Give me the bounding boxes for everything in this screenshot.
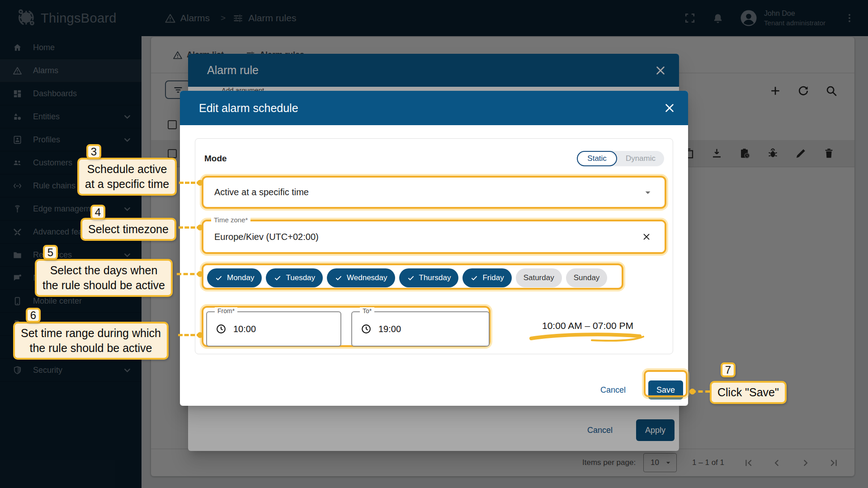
day-chip-label: Wednesday	[347, 273, 387, 282]
day-chip[interactable]: Saturday	[516, 268, 562, 287]
annotation-callout-6: Set time range during which the rule sho…	[13, 322, 169, 360]
annotation-badge-5: 5	[43, 245, 58, 260]
annotation-callout-5: Select the days when the rule should be …	[35, 259, 173, 297]
day-chip[interactable]: Thursday	[399, 268, 459, 287]
day-chip-label: Thursday	[419, 273, 451, 282]
check-icon	[407, 274, 415, 282]
day-chip-label: Monday	[227, 273, 254, 282]
highlight-schedule-type: Active at a specific time	[202, 176, 666, 209]
check-icon	[470, 274, 478, 282]
annotation-callout-7: Click "Save"	[710, 381, 787, 404]
to-label: To*	[360, 307, 374, 314]
day-chip[interactable]: Friday	[462, 268, 511, 287]
day-chips: Monday Tuesday Wednesday Thursda	[207, 268, 607, 287]
edit-schedule-dialog-header: Edit alarm schedule	[180, 91, 688, 125]
clock-icon	[215, 323, 227, 335]
from-label: From*	[215, 307, 237, 314]
mode-label: Mode	[204, 154, 227, 164]
annotation-connector-4	[179, 226, 201, 229]
annotation-callout-3: Schedule active at a specific time	[77, 158, 177, 196]
check-icon	[215, 274, 223, 282]
schedule-type-select[interactable]: Active at a specific time	[203, 178, 665, 207]
close-icon[interactable]	[663, 101, 676, 115]
annotation-connector-3	[179, 182, 201, 184]
cancel-button[interactable]: Cancel	[600, 385, 626, 395]
arrow-drop-down-icon	[642, 187, 654, 198]
day-chip[interactable]: Sunday	[566, 268, 608, 287]
to-field[interactable]: To*	[351, 311, 490, 347]
marker-underline	[528, 332, 647, 343]
annotation-badge-6: 6	[26, 308, 41, 323]
day-chip-label: Sunday	[574, 273, 600, 282]
from-input[interactable]	[233, 324, 288, 334]
schedule-form-card: Mode Static Dynamic Active at a specific…	[195, 138, 673, 354]
annotation-badge-7: 7	[721, 362, 736, 377]
edit-alarm-schedule-dialog: Edit alarm schedule Mode Static Dynamic …	[180, 91, 688, 406]
timezone-input[interactable]	[203, 221, 665, 252]
day-chip-label: Saturday	[524, 273, 554, 282]
clock-icon	[360, 323, 372, 335]
check-icon	[335, 274, 343, 282]
mode-toggle: Static Dynamic	[577, 151, 664, 166]
to-input[interactable]	[378, 324, 433, 334]
from-field[interactable]: From*	[206, 311, 341, 347]
edit-schedule-dialog-title: Edit alarm schedule	[199, 102, 298, 115]
schedule-type-value: Active at a specific time	[214, 187, 309, 197]
highlight-time-range: From* To*	[202, 306, 491, 347]
mode-option-dynamic[interactable]: Dynamic	[617, 154, 664, 163]
day-chip-label: Friday	[482, 273, 504, 282]
highlight-save-button	[644, 370, 688, 397]
highlight-days: Monday Tuesday Wednesday Thursda	[202, 263, 623, 290]
clear-icon[interactable]	[641, 231, 652, 242]
annotation-badge-4: 4	[90, 205, 105, 220]
time-range-preview: 10:00 AM – 07:00 PM	[529, 320, 646, 331]
annotation-badge-3: 3	[86, 144, 101, 159]
highlight-timezone: Time zone*	[202, 220, 666, 254]
day-chip[interactable]: Monday	[207, 268, 262, 287]
mode-option-static[interactable]: Static	[577, 151, 617, 166]
edit-schedule-footer: Cancel Save	[180, 374, 688, 406]
day-chip[interactable]: Tuesday	[266, 268, 323, 287]
annotation-callout-4: Select timezone	[80, 218, 176, 241]
day-chip-label: Tuesday	[286, 273, 315, 282]
check-icon	[274, 274, 282, 282]
timezone-label: Time zone*	[211, 216, 250, 224]
day-chip[interactable]: Wednesday	[327, 268, 395, 287]
annotation-connector-6	[178, 334, 201, 336]
annotation-connector-5	[177, 273, 201, 275]
annotation-connector-7	[691, 390, 710, 393]
